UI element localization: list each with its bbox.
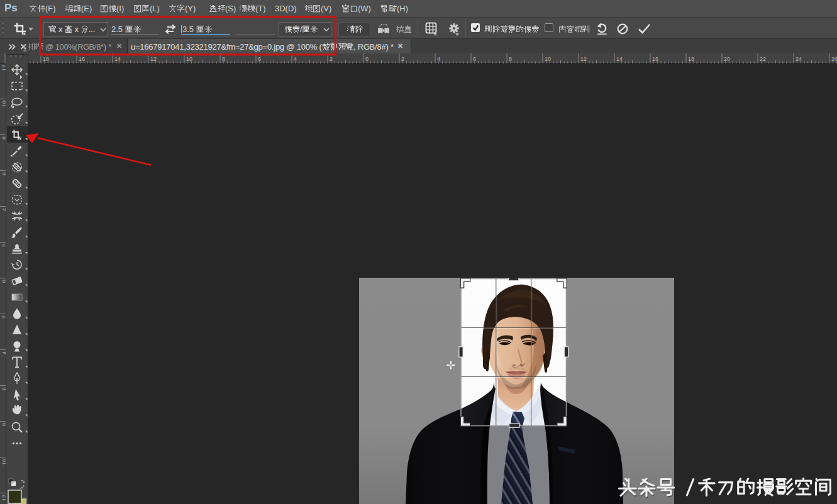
svg-text:2: 2 [330, 56, 333, 62]
svg-text:): ) [329, 4, 331, 13]
svg-text:26: 26 [831, 56, 837, 62]
svg-text:S: S [228, 4, 233, 13]
svg-text:2: 2 [111, 25, 116, 34]
svg-text:@: @ [287, 42, 295, 52]
svg-text:F: F [48, 4, 53, 13]
svg-text:%: % [310, 42, 318, 52]
svg-text:B: B [370, 42, 375, 52]
svg-text:6: 6 [473, 56, 476, 62]
svg-text:H: H [399, 4, 405, 13]
svg-text:22: 22 [760, 56, 766, 62]
svg-text:D: D [279, 4, 285, 13]
svg-text:m: m [228, 42, 235, 52]
svg-text:4: 4 [437, 56, 440, 62]
svg-text:): ) [157, 4, 159, 13]
svg-text:G: G [83, 42, 89, 52]
svg-text:G: G [363, 42, 370, 52]
svg-text:): ) [233, 4, 236, 13]
svg-text:@: @ [45, 42, 53, 52]
svg-text:20: 20 [724, 56, 730, 62]
svg-text:V: V [323, 4, 329, 13]
svg-text:14: 14 [616, 56, 623, 62]
svg-text:L: L [152, 4, 157, 13]
svg-text:8: 8 [509, 56, 512, 62]
svg-text:*: * [108, 42, 111, 52]
svg-text:*: * [391, 42, 394, 52]
svg-text:x: x [75, 25, 79, 34]
svg-text:): ) [193, 4, 196, 13]
svg-text:0: 0 [365, 56, 369, 62]
svg-text:Y: Y [187, 4, 193, 13]
svg-text:18: 18 [688, 56, 694, 62]
svg-text:D: D [288, 4, 294, 13]
svg-text:16: 16 [79, 56, 85, 62]
svg-text:g: g [280, 42, 284, 52]
svg-text:E: E [84, 4, 89, 13]
svg-text:): ) [369, 4, 371, 13]
svg-text:3: 3 [182, 25, 187, 34]
svg-text:): ) [53, 4, 55, 13]
svg-text:/: / [300, 25, 302, 34]
svg-text:x: x [58, 25, 63, 34]
svg-text:T: T [258, 4, 263, 13]
svg-text:3: 3 [275, 4, 279, 13]
svg-text:,: , [353, 42, 356, 52]
svg-text:): ) [385, 42, 388, 52]
svg-text:): ) [406, 4, 408, 13]
svg-text:18: 18 [43, 56, 49, 62]
svg-text:12: 12 [580, 56, 587, 62]
svg-text:12: 12 [150, 56, 157, 62]
svg-text:(: ( [319, 42, 322, 52]
svg-text:8: 8 [222, 56, 225, 62]
svg-text:R: R [358, 42, 363, 52]
svg-text:5: 5 [189, 25, 194, 34]
svg-text:): ) [89, 4, 92, 13]
svg-text:10: 10 [545, 56, 551, 62]
svg-text:W: W [360, 4, 369, 13]
svg-text:2: 2 [401, 56, 404, 62]
svg-text:.: . [93, 25, 95, 34]
svg-text:): ) [104, 42, 106, 52]
svg-text:): ) [263, 4, 265, 13]
svg-text:14: 14 [114, 56, 121, 62]
svg-text:10: 10 [186, 56, 192, 62]
svg-text:16: 16 [652, 56, 658, 62]
svg-text:6: 6 [258, 56, 261, 62]
svg-text:): ) [121, 4, 124, 13]
svg-text:5: 5 [118, 25, 123, 34]
svg-text:): ) [294, 4, 296, 13]
svg-text:4: 4 [294, 56, 297, 62]
svg-text:24: 24 [795, 56, 802, 62]
